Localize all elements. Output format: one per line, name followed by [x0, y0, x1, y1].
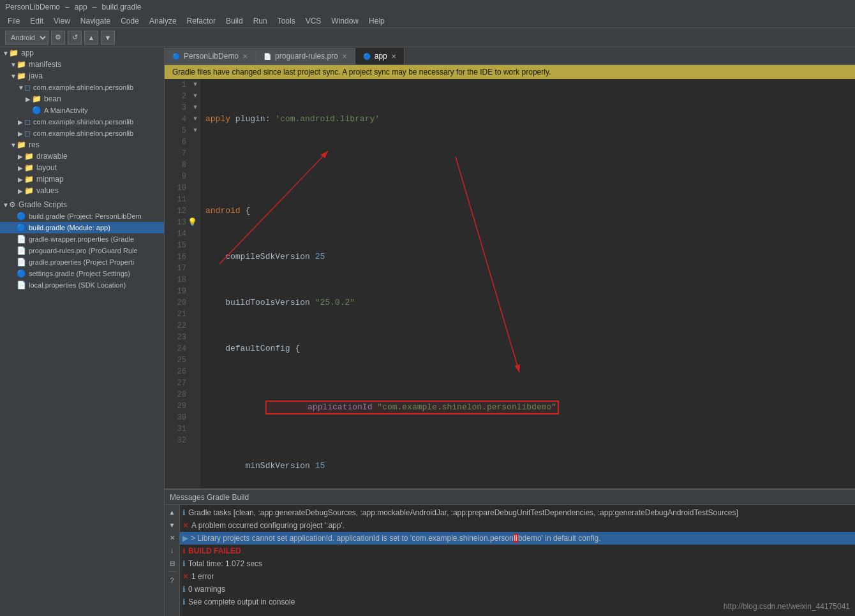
tab-icon-proguard: 📄 [264, 53, 271, 60]
sidebar-item-gradle-scripts[interactable]: ▼ ⚙ Gradle Scripts [0, 199, 164, 210]
folder-icon: 📁 [17, 71, 26, 80]
sidebar-label-settings-gradle: settings.gradle (Project Settings) [29, 270, 130, 277]
sidebar-item-manifests[interactable]: ▼ 📁 manifests [0, 59, 164, 70]
sidebar-item-proguard[interactable]: 📄 proguard-rules.pro (ProGuard Rule [0, 245, 164, 256]
msg-btn-down[interactable]: ▼ [167, 519, 178, 531]
code-editor[interactable]: 12345 678910 1112131415 1617181920 21222… [165, 79, 855, 488]
messages-toolbar: ▲ ▼ ✕ ↓ ⊟ ? [165, 505, 180, 616]
msg-btn-download[interactable]: ↓ [167, 545, 178, 556]
sidebar-label-layout: layout [36, 163, 57, 172]
sidebar-label-res: res [29, 140, 40, 149]
props-icon: 📄 [17, 281, 26, 290]
sidebar-item-package1[interactable]: ▼ ◻ com.example.shinelon.personlib [0, 82, 164, 93]
notification-text: Gradle files have changed since last pro… [172, 68, 551, 77]
msg-text-8: See complete output in console [188, 596, 295, 608]
msg-icon-warn: ℹ [182, 583, 186, 595]
sidebar-item-drawable[interactable]: ▶ 📁 drawable [0, 150, 164, 162]
package-icon: ◻ [24, 83, 31, 92]
folder-icon: 📁 [24, 175, 34, 184]
menu-vcs[interactable]: VCS [301, 15, 327, 27]
msg-line-3[interactable]: ▶ > Library projects cannot set applicat… [180, 532, 855, 545]
menu-edit[interactable]: Edit [25, 15, 48, 27]
tab-close-proguard[interactable]: ✕ [342, 53, 347, 60]
sidebar-label-manifests: manifests [29, 60, 61, 69]
sidebar-item-bean[interactable]: ▶ 📁 bean [0, 93, 164, 105]
menu-tools[interactable]: Tools [272, 15, 301, 27]
tab-app[interactable]: 🔵 app ✕ [355, 48, 405, 64]
title-module: app [75, 3, 87, 11]
menu-run[interactable]: Run [248, 15, 272, 27]
menu-window[interactable]: Window [326, 15, 364, 27]
tab-close-personlibdemo[interactable]: ✕ [242, 53, 248, 60]
sidebar-item-values[interactable]: ▶ 📁 values [0, 185, 164, 196]
pro-icon: 📄 [17, 246, 26, 255]
refresh-btn[interactable]: ↺ [68, 31, 82, 45]
expand-btn[interactable]: ▼ [101, 31, 115, 45]
menu-refactor[interactable]: Refactor [182, 15, 221, 27]
gradle-file-icon: 🔵 [17, 212, 26, 221]
sidebar-item-java[interactable]: ▼ 📁 java [0, 70, 164, 82]
arrow-icon: ▶ [18, 176, 24, 183]
folder-icon: 📁 [32, 94, 41, 103]
menu-bar: File Edit View Navigate Code Analyze Ref… [0, 14, 855, 28]
sidebar-label-package3: com.example.shinelon.personlib [33, 129, 133, 137]
msg-btn-close[interactable]: ✕ [167, 532, 178, 543]
msg-icon-err-count: ✕ [182, 571, 189, 582]
tab-personlibdemo[interactable]: 🔵 PersonLibDemo ✕ [165, 48, 256, 64]
sidebar-item-gradle-wrapper[interactable]: 📄 gradle-wrapper.properties (Gradle [0, 233, 164, 245]
sidebar-label-gradle-scripts: Gradle Scripts [19, 200, 67, 209]
folder-icon: 📁 [17, 60, 26, 69]
project-view-select[interactable]: Android [5, 31, 48, 45]
tabs-bar: 🔵 PersonLibDemo ✕ 📄 proguard-rules.pro ✕… [165, 47, 855, 65]
sidebar-item-local-properties[interactable]: 📄 local.properties (SDK Location) [0, 279, 164, 291]
sidebar-item-gradle-properties[interactable]: 📄 gradle.properties (Project Properti [0, 256, 164, 268]
line-numbers: 12345 678910 1112131415 1617181920 21222… [165, 79, 190, 488]
collapse-btn[interactable]: ▲ [84, 31, 98, 45]
code-lines[interactable]: apply plugin: 'com.android.library' andr… [200, 79, 855, 488]
msg-btn-up[interactable]: ▲ [167, 506, 178, 518]
menu-file[interactable]: File [3, 15, 25, 27]
gutter-col: ▼ ▼ ▼ ▼ ▼ [190, 79, 200, 488]
sidebar-item-layout[interactable]: ▶ 📁 layout [0, 162, 164, 173]
menu-view[interactable]: View [48, 15, 75, 27]
tab-icon-personlibdemo: 🔵 [172, 53, 180, 60]
settings-btn[interactable]: ⚙ [51, 31, 65, 45]
messages-body: ▲ ▼ ✕ ↓ ⊟ ? ℹ Gradle tasks [clean, :app:… [165, 505, 855, 616]
msg-text-1: Gradle tasks [clean, :app:generateDebugS… [188, 507, 738, 518]
activity-icon: 🔵 [32, 106, 41, 115]
menu-analyze[interactable]: Analyze [144, 15, 182, 27]
msg-btn-help[interactable]: ? [167, 575, 178, 586]
sidebar-item-package2[interactable]: ▶ ◻ com.example.shinelon.personlib [0, 116, 164, 128]
menu-build[interactable]: Build [221, 15, 248, 27]
sidebar-item-res[interactable]: ▼ 📁 res [0, 139, 164, 150]
gradle-file-icon: 🔵 [17, 223, 26, 232]
sidebar-label-build-gradle-app: build.gradle (Module: app) [29, 224, 110, 231]
msg-btn-filter[interactable]: ⊟ [167, 557, 178, 569]
sidebar-item-settings-gradle[interactable]: 🔵 settings.gradle (Project Settings) [0, 268, 164, 279]
package-icon: ◻ [24, 117, 31, 126]
msg-text-2: A problem occurred configuring project '… [191, 520, 345, 531]
menu-navigate[interactable]: Navigate [75, 15, 115, 27]
tab-close-app[interactable]: ✕ [391, 53, 396, 60]
sidebar-item-mainactivity[interactable]: 🔵 A MainActivity [0, 105, 164, 116]
tab-proguard[interactable]: 📄 proguard-rules.pro ✕ [256, 48, 355, 64]
sidebar-item-app[interactable]: ▼ 📁 app [0, 47, 164, 59]
messages-panel: Messages Gradle Build ▲ ▼ ✕ ↓ ⊟ ? ℹ [165, 488, 855, 616]
arrow-icon: ▼ [10, 73, 17, 80]
lightbulb-icon: 💡 [188, 217, 197, 228]
msg-text-7: 0 warnings [188, 583, 225, 595]
sidebar-item-package3[interactable]: ▶ ◻ com.example.shinelon.personlib [0, 128, 164, 139]
menu-code[interactable]: Code [115, 15, 144, 27]
menu-help[interactable]: Help [364, 15, 390, 27]
sidebar-item-mipmap[interactable]: ▶ 📁 mipmap [0, 173, 164, 185]
msg-line-4: ℹ BUILD FAILED [180, 545, 855, 557]
sidebar-label-bean: bean [44, 94, 61, 103]
sidebar: ▼ 📁 app ▼ 📁 manifests ▼ 📁 java ▼ ◻ com.e… [0, 47, 165, 616]
gradle-icon: ⚙ [9, 200, 16, 209]
watermark: http://blog.csdn.net/weixin_44175041 [724, 602, 850, 611]
sidebar-item-build-gradle-project[interactable]: 🔵 build.gradle (Project: PersonLibDem [0, 210, 164, 222]
tab-label-app: app [375, 52, 387, 61]
sidebar-label-mipmap: mipmap [36, 175, 64, 184]
sidebar-label-local-properties: local.properties (SDK Location) [29, 281, 126, 289]
sidebar-item-build-gradle-app[interactable]: 🔵 build.gradle (Module: app) [0, 222, 164, 233]
